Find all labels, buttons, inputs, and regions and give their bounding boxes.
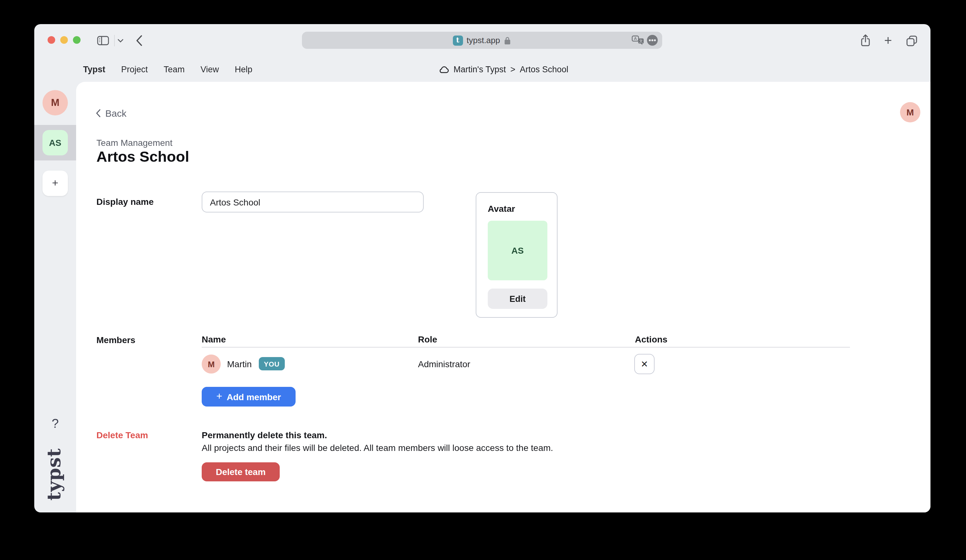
svg-text:文: 文 [639,38,643,43]
app-menubar: Typst Project Team View Help Martin's Ty… [34,57,930,82]
column-header-role: Role [418,334,437,344]
url-text: typst.app [467,36,500,45]
section-label: Team Management [97,138,172,148]
zoom-window-button[interactable] [73,36,80,44]
table-header-divider [202,347,850,348]
add-member-button[interactable]: + Add member [202,387,296,407]
menu-team[interactable]: Team [164,65,184,74]
display-name-input[interactable] [202,192,424,212]
account-avatar[interactable]: M [900,102,920,122]
avatar-card-label: Avatar [488,204,515,214]
lock-icon [504,36,511,45]
menu-items: Typst Project Team View Help [34,65,253,74]
translate-icon[interactable]: A 文 [632,35,644,45]
browser-window: t typst.app A 文 [34,24,930,512]
typst-logo: typst [43,448,65,501]
browser-chrome: t typst.app A 文 [34,24,930,57]
chevron-left-icon [96,109,101,117]
member-role: Administrator [418,359,470,369]
address-bar[interactable]: t typst.app A 文 [302,32,662,49]
app-body: M AS + ? typst M Back Team Managem [34,82,930,512]
chevron-down-icon[interactable] [117,24,124,57]
new-tab-icon[interactable]: + [884,24,892,57]
breadcrumb-current: Artos School [520,65,568,74]
sidebar-add-team-button[interactable]: + [43,171,68,196]
back-link[interactable]: Back [96,108,127,118]
site-favicon: t [453,35,463,45]
menu-project[interactable]: Project [121,65,148,74]
help-icon[interactable]: ? [52,416,59,431]
avatar-card: Avatar AS Edit [476,192,557,318]
sidebar-user-avatar[interactable]: M [43,90,68,115]
cloud-icon [438,65,449,74]
column-header-actions: Actions [635,334,667,344]
breadcrumb: Martin's Typst > Artos School [438,57,568,82]
delete-team-button[interactable]: Delete team [202,462,280,481]
remove-member-button[interactable]: ✕ [634,354,655,374]
address-bar-tools: A 文 [632,32,658,49]
screen: t typst.app A 文 [0,0,966,560]
sidebar-toggle-icon[interactable] [97,24,109,57]
minimize-window-button[interactable] [60,36,68,44]
breadcrumb-separator: > [510,65,515,74]
plus-icon: + [216,391,222,402]
delete-warning-text: All projects and their files will be del… [202,443,553,453]
column-header-name: Name [202,334,226,344]
breadcrumb-root[interactable]: Martin's Typst [453,65,506,74]
menu-view[interactable]: View [200,65,219,74]
add-member-label: Add member [227,392,281,402]
you-badge: YOU [259,357,285,370]
members-label: Members [97,335,135,345]
workspace-sidebar: M AS + ? typst [34,82,76,512]
sidebar-team-avatar[interactable]: AS [43,130,68,155]
team-management-panel: M Back Team Management Artos School Disp… [76,82,930,512]
team-avatar-preview: AS [488,221,547,280]
display-name-label: Display name [97,197,154,207]
svg-text:A: A [634,36,637,41]
tab-overview-icon[interactable] [906,24,918,57]
delete-warning-title: Permanently delete this team. [202,430,327,440]
page-settings-icon[interactable] [647,35,658,46]
member-name: Martin [227,359,252,369]
toolbar-divider [114,35,115,46]
member-avatar: M [202,355,221,374]
share-icon[interactable] [859,24,871,57]
back-label: Back [105,108,127,118]
delete-team-label: Delete Team [97,430,148,440]
menu-help[interactable]: Help [235,65,253,74]
back-nav-icon[interactable] [136,24,143,57]
menu-typst[interactable]: Typst [83,65,105,74]
close-window-button[interactable] [48,36,55,44]
page-title: Artos School [97,148,189,166]
edit-avatar-button[interactable]: Edit [488,289,547,309]
